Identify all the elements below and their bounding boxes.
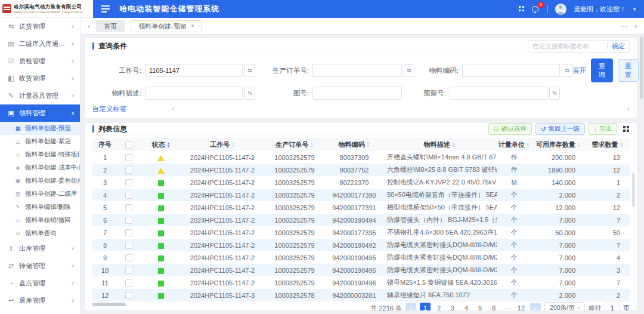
row-checkbox[interactable]	[125, 229, 132, 236]
filter-icon[interactable]: ⇆	[404, 64, 414, 77]
page-number-button[interactable]: ···	[502, 303, 513, 310]
sidebar-item[interactable]: ⇄ 转储管理 ∨	[0, 257, 80, 275]
row-checkbox[interactable]	[125, 254, 132, 261]
next-page-button[interactable]: ›	[530, 303, 541, 310]
col-material-desc[interactable]: 物料描述▲▼	[382, 138, 497, 151]
tag-confirm-button[interactable]: 确定	[612, 42, 625, 51]
tabs-forward-icon[interactable]: ›	[634, 22, 637, 30]
filter-icon[interactable]: ⇆	[549, 87, 560, 100]
sidebar-subitem[interactable]: ▥ 领料单创建-二级库	[0, 187, 80, 201]
close-icon[interactable]: ×	[191, 23, 194, 29]
page-number-button[interactable]: 3	[447, 303, 458, 310]
notifications-button[interactable]: 0	[532, 5, 540, 13]
row-checkbox[interactable]	[125, 242, 132, 249]
page-size-select[interactable]: 200条/页 ▾	[544, 302, 585, 310]
select-all-checkbox[interactable]	[125, 141, 132, 149]
table-row[interactable]: 2 2024HPC1105-1147-2 10003252579 8003775…	[92, 164, 630, 176]
expand-link[interactable]: 展开	[572, 66, 586, 75]
sidebar-item[interactable]: ◔ 盘点管理 ∨	[0, 275, 80, 292]
reset-button[interactable]: 重置	[618, 59, 639, 82]
table-row[interactable]: 10 2024HPC1105-1147-2 10003252579 942000…	[92, 264, 630, 276]
page-scrollbar[interactable]	[639, 35, 644, 314]
col-material-code[interactable]: 物料编码▲▼	[326, 138, 382, 151]
col-available-stock[interactable]: 可用库存数量▲▼	[531, 138, 585, 151]
sidebar-item[interactable]: ✎ 计量器具管理 ∨	[0, 87, 80, 104]
col-demand-qty[interactable]: 需求数量▲▼	[585, 138, 630, 151]
goto-page-input[interactable]	[605, 303, 620, 310]
filter-icon[interactable]: ⇆	[244, 64, 255, 77]
page-number-button[interactable]: 12	[516, 303, 527, 310]
table-row[interactable]: 7 2024HPC1105-1147-2 10003252579 9420001…	[92, 226, 630, 239]
page-number-button[interactable]: 2	[434, 303, 444, 310]
back-up-level-button[interactable]: ↺返回上一级	[535, 123, 585, 135]
sidebar-subitem[interactable]: ▭ 领料单核销/撤回	[0, 214, 80, 227]
row-checkbox[interactable]	[125, 279, 132, 287]
sidebar-item-material-requisition[interactable]: ▣ 领料管理 ∧	[0, 104, 80, 122]
table-row[interactable]: 4 2024HPC1105-1147-2 10003252579 9420001…	[92, 189, 630, 201]
scroll-left-icon[interactable]: ‹	[172, 104, 175, 113]
table-row[interactable]: 5 2024HPC1105-1147-2 10003252579 9420001…	[92, 201, 630, 214]
page-number-button[interactable]: 4	[461, 303, 472, 310]
material-desc-input[interactable]	[145, 87, 243, 100]
tab-home[interactable]: 首页	[96, 20, 125, 32]
table-row[interactable]: 12 2024HPC1105-1147-3 10003252578 942000…	[92, 289, 630, 301]
scrollbar-thumb[interactable]	[640, 36, 643, 99]
custom-tag-name-input[interactable]	[532, 42, 603, 50]
avatar[interactable]	[555, 4, 566, 15]
sidebar-item[interactable]: ⇧ 出库管理 ∨	[0, 240, 80, 257]
sidebar-item[interactable]: ▤ 二级库入库通知单 ∨	[0, 35, 80, 53]
table-row[interactable]: 11 2024HPC1105-1147-2 10003252579 942000…	[92, 276, 630, 289]
sidebar-subitem[interactable]: ◈ 领料单创建-成本中心	[0, 161, 80, 174]
col-unit[interactable]: 计量单位▲▼	[497, 138, 531, 151]
sidebar-collapse-icon[interactable]	[101, 8, 110, 10]
col-work-no[interactable]: 工作号▲▼	[182, 138, 263, 151]
material-code-input[interactable]	[462, 64, 560, 77]
table-row[interactable]: 6 2024HPC1105-1147-2 10003252579 9420001…	[92, 214, 630, 226]
row-checkbox[interactable]	[125, 167, 132, 174]
sidebar-item[interactable]: ☑ 质检管理 ∨	[0, 53, 80, 70]
row-checkbox[interactable]	[125, 267, 132, 274]
filter-icon[interactable]: ⇆	[562, 64, 572, 77]
sidebar-subitem[interactable]: ▦ 领料单创建-预留	[0, 122, 80, 135]
production-order-input[interactable]	[312, 64, 402, 77]
sidebar-subitem[interactable]: ▣ 领料单创建-委外组件	[0, 174, 80, 187]
fullscreen-icon[interactable]	[519, 6, 525, 12]
tabs-more-icon[interactable]: ···	[620, 22, 627, 30]
scrollbar-thumb[interactable]	[92, 303, 126, 306]
sidebar-item[interactable]: ↩ 退库管理 ∨	[0, 292, 80, 309]
reserve-no-input[interactable]	[450, 87, 547, 100]
export-button[interactable]: ↓导出	[589, 123, 617, 135]
col-production-order[interactable]: 生产订单号▲▼	[263, 138, 326, 151]
filter-icon[interactable]: ⇆	[244, 87, 255, 100]
tabs-back-icon[interactable]: ‹	[88, 21, 90, 30]
search-button[interactable]: 查询	[591, 59, 613, 82]
row-checkbox[interactable]	[125, 292, 132, 299]
table-row[interactable]: 9 2024HPC1105-1147-2 10003252579 9420001…	[92, 251, 630, 264]
sidebar-item[interactable]: ⇆ 送货管理 ∨	[0, 18, 80, 35]
table-vertical-scrollbar[interactable]	[632, 173, 635, 207]
work-no-input[interactable]	[145, 64, 243, 77]
table-row[interactable]: 8 2024HPC1105-1147-2 10003252579 9420001…	[92, 239, 630, 251]
tab-requisition-create-reserve[interactable]: 领料单创建-预留 ×	[131, 20, 202, 32]
row-checkbox[interactable]	[125, 204, 132, 211]
table-row[interactable]: 1 2024HPC1105-1147-2 10003252579 8003730…	[92, 151, 630, 164]
user-menu-caret-icon[interactable]: ▾	[633, 7, 636, 12]
sidebar-subitem[interactable]: △ 领料单创建-紧急	[0, 135, 80, 148]
row-checkbox[interactable]	[125, 217, 132, 224]
page-number-button[interactable]: 6	[488, 303, 499, 310]
page-number-button[interactable]: 5	[475, 303, 485, 310]
sidebar-subitem[interactable]: ◇ 领料单创建-特殊项目	[0, 148, 80, 161]
column-settings-icon[interactable]	[623, 126, 630, 133]
scroll-right-icon[interactable]: ›	[627, 104, 630, 113]
page-number-button[interactable]: 1	[420, 303, 431, 310]
row-checkbox[interactable]	[125, 179, 132, 186]
drawing-no-input[interactable]	[312, 87, 402, 100]
col-status[interactable]: 状态▲▼	[140, 138, 182, 151]
sidebar-subitem[interactable]: ✎ 领料单编辑/删除	[0, 201, 80, 214]
custom-tag-link[interactable]: 自定义标签	[92, 104, 127, 113]
confirm-selection-button[interactable]: ☑确认选择	[488, 123, 532, 135]
prev-page-button[interactable]: ‹	[405, 303, 416, 310]
table-row[interactable]: 3 2024HPC1105-1147-2 10003252579 8022237…	[92, 176, 630, 189]
sidebar-subitem[interactable]: ⊙ 领料单查询	[0, 227, 80, 240]
row-checkbox[interactable]	[125, 192, 132, 199]
